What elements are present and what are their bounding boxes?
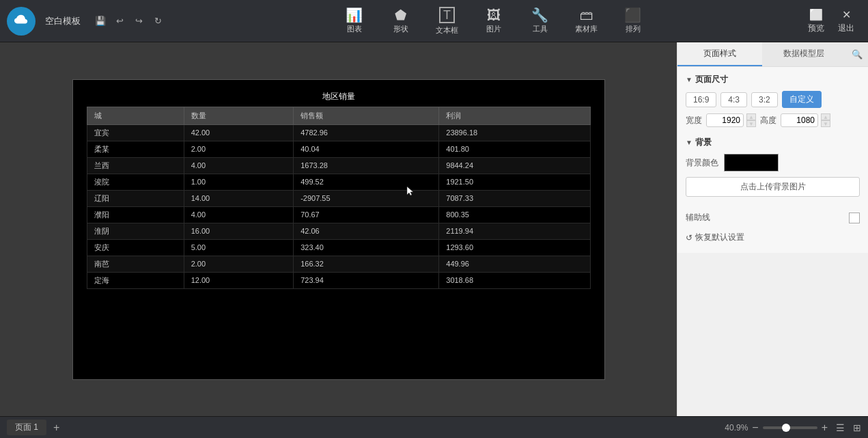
right-panel: 页面样式 数据模型层 🔍 ▼ 页面尺寸 16:9 4:3 3:2 自定义 xyxy=(677,42,868,416)
bg-color-row: 背景颜色 xyxy=(686,154,860,172)
logo xyxy=(7,7,36,36)
size-buttons-row: 16:9 4:3 3:2 自定义 xyxy=(686,91,860,108)
width-input-wrap: ▲ ▼ xyxy=(706,113,756,127)
page-size-section[interactable]: ▼ 页面尺寸 xyxy=(686,74,860,85)
canvas-bg[interactable]: 地区销量 城 数量 销售额 利润 宜宾42.004782.9623896.18柔… xyxy=(72,79,605,380)
table-row: 柔某2.0040.04401.80 xyxy=(87,141,590,157)
canvas-area: 地区销量 城 数量 销售额 利润 宜宾42.004782.9623896.18柔… xyxy=(0,42,677,416)
zoom-controls: 40.9% − + ☰ ⊞ xyxy=(725,422,861,434)
page-tab-1[interactable]: 页面 1 xyxy=(7,420,46,435)
redo-icon[interactable]: ↪ xyxy=(131,14,146,29)
size-custom[interactable]: 自定义 xyxy=(782,91,822,108)
zoom-out-button[interactable]: − xyxy=(752,422,758,434)
assets-button[interactable]: 🗃 素材库 xyxy=(573,8,600,34)
image-button[interactable]: 🖼 图片 xyxy=(480,8,507,34)
height-input[interactable] xyxy=(781,113,818,127)
width-input[interactable] xyxy=(706,113,744,127)
size-4-3[interactable]: 4:3 xyxy=(720,92,747,107)
page-style-panel: ▼ 页面尺寸 16:9 4:3 3:2 自定义 宽度 xyxy=(677,67,868,253)
height-up[interactable]: ▲ xyxy=(821,113,830,120)
col-header-qty: 数量 xyxy=(184,107,293,124)
table-row: 淮阴16.0042.062119.94 xyxy=(87,223,590,239)
height-input-wrap: ▲ ▼ xyxy=(781,113,830,127)
preview-button[interactable]: ⬜ 预览 xyxy=(808,8,824,34)
table-title: 地区销量 xyxy=(73,91,604,102)
app-title: 空白模板 xyxy=(45,15,81,27)
exit-button[interactable]: ✕ 退出 xyxy=(838,8,854,34)
zoom-value-label: 40.9% xyxy=(725,423,748,433)
table-row: 宜宾42.004782.9623896.18 xyxy=(87,124,590,141)
add-page-button[interactable]: + xyxy=(53,422,59,434)
search-icon[interactable]: 🔍 xyxy=(846,42,868,66)
col-header-sales: 销售额 xyxy=(294,107,439,124)
table-row: 定海12.00723.943018.68 xyxy=(87,272,590,288)
bg-color-picker[interactable] xyxy=(724,154,779,172)
chart-button[interactable]: 📊 图表 xyxy=(341,8,368,34)
bg-section[interactable]: ▼ 背景 xyxy=(686,137,860,148)
table-row: 浚院1.00499.521921.50 xyxy=(87,174,590,190)
data-table: 城 数量 销售额 利润 宜宾42.004782.9623896.18柔某2.00… xyxy=(87,107,591,289)
tab-data-model[interactable]: 数据模型层 xyxy=(762,42,847,66)
zoom-slider[interactable] xyxy=(763,426,817,429)
col-header-city: 城 xyxy=(87,107,184,124)
tools-button[interactable]: 🔧 工具 xyxy=(527,8,554,34)
table-row: 辽阳14.00-2907.557087.33 xyxy=(87,190,590,206)
view-list-button[interactable]: ☰ xyxy=(836,422,845,433)
textbox-button[interactable]: T 文本框 xyxy=(434,7,461,36)
width-down[interactable]: ▼ xyxy=(746,120,756,127)
tab-page-style[interactable]: 页面样式 xyxy=(677,42,762,66)
restore-defaults-button[interactable]: ↺ 恢复默认设置 xyxy=(686,229,744,246)
col-header-profit: 利润 xyxy=(439,107,590,124)
size-inputs-row: 宽度 ▲ ▼ 高度 ▲ xyxy=(686,113,860,127)
shape-button[interactable]: ⬟ 形状 xyxy=(387,8,415,34)
arrange-button[interactable]: ⬛ 排列 xyxy=(619,8,647,34)
table-row: 兰西4.001673.289844.24 xyxy=(87,157,590,174)
table-row: 南芭2.00166.32449.96 xyxy=(87,256,590,272)
table-row: 濮阳4.0070.67800.35 xyxy=(87,206,590,223)
right-tabs: 页面样式 数据模型层 🔍 xyxy=(677,42,868,67)
guide-row: 辅助线 xyxy=(686,212,860,223)
guide-checkbox[interactable] xyxy=(849,213,860,223)
table-row: 安庆5.00323.401293.60 xyxy=(87,239,590,256)
size-3-2[interactable]: 3:2 xyxy=(751,92,778,107)
bottombar: 页面 1 + 40.9% − + ☰ ⊞ xyxy=(0,416,868,438)
zoom-in-button[interactable]: + xyxy=(822,422,828,434)
undo-icon[interactable]: ↩ xyxy=(112,14,127,29)
width-up[interactable]: ▲ xyxy=(746,113,756,120)
size-16-9[interactable]: 16:9 xyxy=(686,92,716,107)
refresh-icon[interactable]: ↻ xyxy=(150,14,165,29)
view-grid-button[interactable]: ⊞ xyxy=(853,422,861,433)
save-icon[interactable]: 💾 xyxy=(93,14,108,29)
upload-bg-button[interactable]: 点击上传背景图片 xyxy=(686,177,860,197)
height-down[interactable]: ▼ xyxy=(821,120,830,127)
zoom-thumb xyxy=(782,424,790,432)
